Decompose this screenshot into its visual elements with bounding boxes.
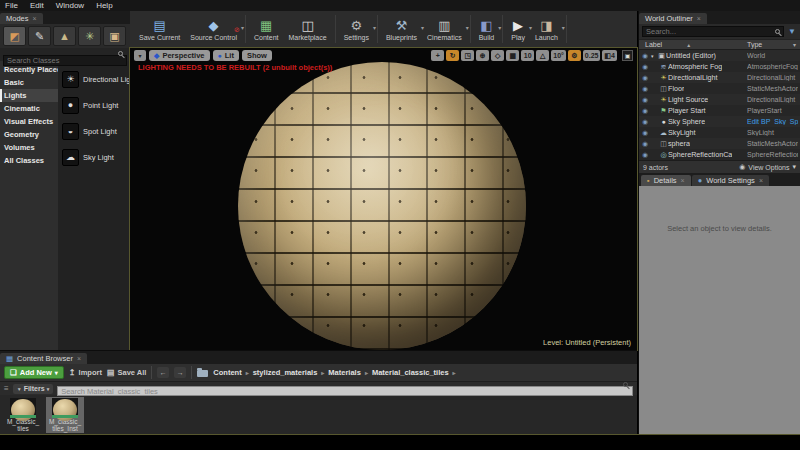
column-label[interactable]: Label	[639, 41, 662, 48]
asset-tile-m-classic-tiles[interactable]: M_classic_ tiles	[4, 397, 42, 433]
close-icon[interactable]: ×	[759, 177, 763, 184]
search-classes-input[interactable]	[3, 55, 127, 66]
geometry-mode-button[interactable]: ▣	[103, 26, 126, 46]
marketplace-button[interactable]: ◫ Marketplace	[283, 18, 331, 41]
viewport-options-button[interactable]: ▾	[134, 50, 146, 61]
category-lights[interactable]: Lights	[0, 89, 58, 102]
sources-panel-toggle-icon[interactable]: ≡	[4, 384, 9, 393]
edit-blueprint-link[interactable]: Edit BP_Sky_Sph	[747, 118, 798, 125]
eye-icon[interactable]: ◉	[639, 96, 651, 104]
close-icon[interactable]: ×	[77, 355, 81, 362]
foliage-mode-button[interactable]: ✳	[78, 26, 101, 46]
forward-button[interactable]: →	[174, 367, 186, 378]
launch-button[interactable]: ◨ ▾ Launch	[530, 18, 563, 41]
close-icon[interactable]: ×	[33, 15, 37, 22]
maximize-viewport-button[interactable]: ▣	[622, 50, 633, 61]
column-type[interactable]: Type	[747, 41, 762, 48]
eye-icon[interactable]: ◉	[639, 151, 651, 159]
perspective-button[interactable]: ◆ Perspective	[149, 50, 210, 61]
blueprints-button[interactable]: ⚒ ▾ Blueprints	[381, 18, 422, 41]
source-control-button[interactable]: ◆ ⊘ ▾ Source Control	[185, 18, 242, 41]
outliner-filters-icon[interactable]: ▼	[787, 26, 797, 37]
tab-modes[interactable]: Modes ×	[0, 13, 43, 24]
rotate-tool-button[interactable]: ↻	[446, 50, 459, 61]
outliner-row-sky-sphere[interactable]: ◉ ● Sky Sphere Edit BP_Sky_Sph	[639, 116, 800, 127]
breadcrumb-material-classic-tiles[interactable]: Material_classic_tiles	[372, 368, 449, 377]
surface-snap-toggle[interactable]: ◇	[491, 50, 504, 61]
lit-mode-button[interactable]: ● Lit	[213, 50, 239, 61]
move-tool-button[interactable]: +	[431, 50, 444, 61]
build-button[interactable]: ◧ ▾ Build	[474, 18, 500, 41]
grid-snap-value[interactable]: 10	[521, 50, 534, 61]
filters-button[interactable]: ▼ Filters ▾	[13, 384, 53, 394]
outliner-row-sphera[interactable]: ◉ ◫ sphera StaticMeshActor	[639, 138, 800, 149]
chevron-down-icon[interactable]: ▾	[793, 41, 796, 48]
outliner-row-player-start[interactable]: ◉ ⚑ Player Start PlayerStart	[639, 105, 800, 116]
show-button[interactable]: Show	[242, 50, 272, 61]
category-cinematic[interactable]: Cinematic	[0, 102, 58, 115]
settings-button[interactable]: ⚙ ▾ Settings	[339, 18, 374, 41]
outliner-view-options-button[interactable]: ◉ View Options ▾	[739, 163, 796, 171]
menu-file[interactable]: File	[5, 1, 18, 10]
import-button[interactable]: ↥ Import	[69, 368, 102, 377]
chevron-down-icon[interactable]: ▾	[562, 24, 565, 31]
play-button[interactable]: ▶ ▾ Play	[506, 18, 530, 41]
menu-help[interactable]: Help	[96, 1, 112, 10]
level-viewport[interactable]: ▾ ◆ Perspective ● Lit Show LIGHTING NEED…	[130, 48, 637, 350]
category-all-classes[interactable]: All Classes	[0, 154, 58, 167]
angle-snap-toggle[interactable]: △	[536, 50, 549, 61]
save-all-button[interactable]: ▤ Save All	[107, 368, 146, 377]
menu-window[interactable]: Window	[56, 1, 84, 10]
scale-tool-button[interactable]: ◳	[461, 50, 474, 61]
camera-speed-button[interactable]: ◧ 4	[602, 50, 617, 61]
content-button[interactable]: ▦ Content	[249, 18, 284, 41]
category-geometry[interactable]: Geometry	[0, 128, 58, 141]
outliner-row-directionallight[interactable]: ◉ ☀ DirectionalLight DirectionalLight	[639, 72, 800, 83]
eye-icon[interactable]: ◉	[639, 52, 651, 60]
back-button[interactable]: ←	[157, 367, 169, 378]
close-icon[interactable]: ×	[697, 15, 701, 22]
chevron-down-icon[interactable]: ▾	[241, 24, 244, 31]
landscape-mode-button[interactable]: ▲	[53, 26, 76, 46]
tab-world-outliner[interactable]: World Outliner ×	[639, 13, 707, 24]
category-visual-effects[interactable]: Visual Effects	[0, 115, 58, 128]
angle-snap-value[interactable]: 10°	[551, 50, 566, 61]
outliner-row-spherereflectioncapture[interactable]: ◉ ◎ SphereReflectionCapture SphereReflec…	[639, 149, 800, 160]
close-icon[interactable]: ×	[681, 177, 685, 184]
tab-content-browser[interactable]: ▦ Content Browser ×	[0, 353, 87, 364]
breadcrumb-materials[interactable]: Materials	[328, 368, 361, 377]
tab-details[interactable]: ▪ Details ×	[641, 175, 691, 186]
add-new-button[interactable]: ❏ Add New ▾	[4, 366, 64, 379]
menu-edit[interactable]: Edit	[30, 1, 44, 10]
save-current-button[interactable]: ▤ Save Current	[134, 18, 185, 41]
paint-mode-button[interactable]: ✎	[28, 26, 51, 46]
outliner-row-skylight[interactable]: ◉ ☁ SkyLight SkyLight	[639, 127, 800, 138]
asset-search-input[interactable]	[57, 386, 633, 396]
chevron-down-icon[interactable]: ▾	[466, 24, 469, 31]
asset-tile-m-classic-tiles-inst[interactable]: M_classic_ tiles_Inst	[46, 397, 84, 433]
outliner-row-light-source[interactable]: ◉ ☀ Light Source DirectionalLight	[639, 94, 800, 105]
tab-world-settings[interactable]: ● World Settings ×	[692, 175, 769, 186]
outliner-search-input[interactable]	[642, 26, 784, 37]
scale-snap-value[interactable]: 0.25	[583, 50, 601, 61]
outliner-row-atmospheric-fog[interactable]: ◉ ≋ Atmospheric Fog AtmosphericFog	[639, 61, 800, 72]
eye-icon[interactable]: ◉	[639, 63, 651, 71]
eye-icon[interactable]: ◉	[639, 129, 651, 137]
world-space-toggle[interactable]: ⊕	[476, 50, 489, 61]
eye-icon[interactable]: ◉	[639, 118, 651, 126]
outliner-row-world[interactable]: ◉ ▾ ▣ Untitled (Editor) World	[639, 50, 800, 61]
chevron-down-icon[interactable]: ▾	[498, 24, 501, 31]
cinematics-button[interactable]: ▥ ▾ Cinematics	[422, 18, 467, 41]
tiled-material-sphere[interactable]	[238, 62, 526, 350]
eye-icon[interactable]: ◉	[639, 74, 651, 82]
category-basic[interactable]: Basic	[0, 76, 58, 89]
place-mode-button[interactable]: ◩	[3, 26, 26, 46]
breadcrumb-stylized-materials[interactable]: stylized_materials	[253, 368, 318, 377]
category-volumes[interactable]: Volumes	[0, 141, 58, 154]
eye-icon[interactable]: ◉	[639, 107, 651, 115]
chevron-down-icon[interactable]: ▾	[373, 24, 376, 31]
eye-icon[interactable]: ◉	[639, 85, 651, 93]
breadcrumb-content[interactable]: Content	[213, 368, 241, 377]
scale-snap-toggle[interactable]: ⚙	[568, 50, 581, 61]
eye-icon[interactable]: ◉	[639, 140, 651, 148]
